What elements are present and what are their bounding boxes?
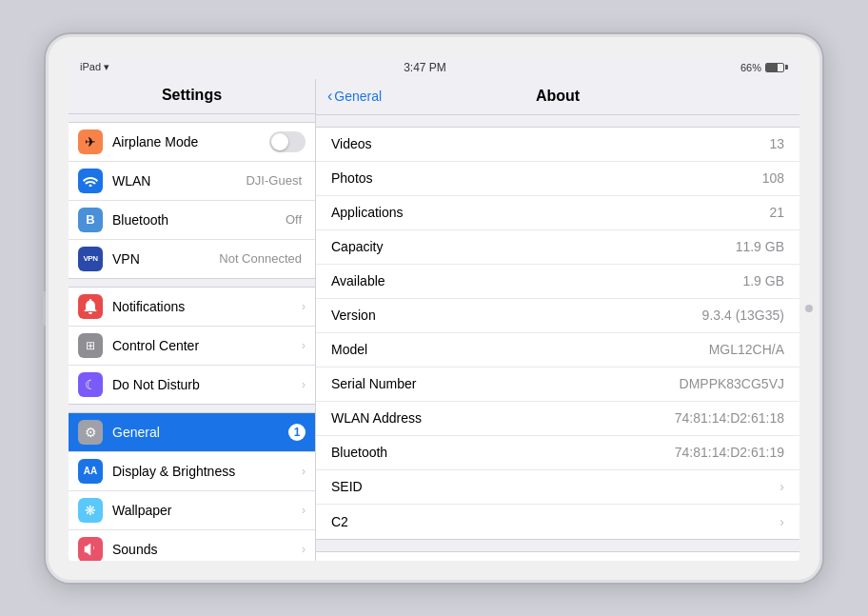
wallpaper-chevron: › (302, 504, 306, 517)
battery-icon (765, 63, 788, 72)
about-row-c2[interactable]: C2 › (316, 505, 799, 539)
capacity-label: Capacity (331, 239, 383, 254)
seid-chevron: › (779, 479, 784, 494)
display-brightness-label: Display & Brightness (112, 464, 302, 479)
videos-value: 13 (769, 136, 784, 151)
sidebar-item-control-center[interactable]: ⊞ Control Center › (69, 327, 315, 366)
sidebar-item-bluetooth[interactable]: B Bluetooth Off (69, 201, 315, 240)
back-label: General (334, 89, 382, 104)
airplane-mode-icon: ✈ (78, 129, 103, 154)
about-row-available: Available 1.9 GB (316, 265, 799, 299)
panel-content: Videos 13 Photos 108 Applications 21 C (316, 115, 799, 561)
serial-value: DMPPK83CG5VJ (680, 376, 784, 391)
legal-row[interactable]: Legal › (316, 552, 799, 561)
general-badge: 1 (288, 424, 306, 441)
version-label: Version (331, 308, 376, 323)
wlan-address-value: 74:81:14:D2:61:18 (675, 410, 784, 426)
airplane-mode-toggle[interactable] (269, 131, 306, 152)
status-bar-left: iPad ▾ (80, 61, 109, 73)
bluetooth-address-label: Bluetooth (331, 445, 387, 460)
notifications-label: Notifications (112, 299, 302, 314)
applications-value: 21 (769, 205, 784, 220)
bluetooth-address-value: 74:81:14:D2:61:19 (675, 445, 784, 460)
display-brightness-icon: AA (78, 459, 103, 484)
model-value: MGL12CH/A (709, 342, 784, 357)
do-not-disturb-label: Do Not Disturb (112, 377, 302, 392)
notifications-chevron: › (302, 300, 306, 313)
bluetooth-label: Bluetooth (112, 212, 286, 228)
capacity-value: 11.9 GB (736, 239, 784, 254)
wlan-address-label: WLAN Address (331, 410, 422, 426)
bluetooth-icon: B (78, 208, 103, 232)
general-icon: ⚙ (78, 420, 103, 445)
wallpaper-icon: ❋ (78, 498, 103, 523)
about-row-applications: Applications 21 (316, 196, 799, 230)
vpn-icon: VPN (78, 247, 103, 271)
vpn-label: VPN (112, 251, 219, 267)
sidebar: Settings ✈ Airplane Mode (69, 79, 316, 561)
bluetooth-value: Off (286, 212, 302, 227)
wlan-value: DJI-Guest (246, 173, 302, 188)
vpn-value: Not Connected (219, 251, 302, 266)
about-row-seid[interactable]: SEID › (316, 470, 799, 505)
photos-label: Photos (331, 170, 373, 186)
status-bar: iPad ▾ 3:47 PM 66% (69, 56, 799, 79)
sidebar-item-wallpaper[interactable]: ❋ Wallpaper › (69, 491, 315, 530)
panel-title: About (536, 88, 580, 105)
settings-group-preferences: ⚙ General 1 AA Display & Brightness › ❋ … (69, 412, 315, 561)
videos-label: Videos (331, 136, 372, 151)
back-button[interactable]: ‹ General (327, 88, 382, 105)
status-bar-right: 66% (740, 62, 788, 73)
c2-chevron: › (779, 514, 784, 529)
do-not-disturb-icon: ☾ (78, 372, 103, 397)
right-panel: ‹ General About Videos 13 Photos (316, 79, 799, 561)
sidebar-title: Settings (69, 79, 315, 114)
sidebar-item-do-not-disturb[interactable]: ☾ Do Not Disturb › (69, 366, 315, 404)
airplane-mode-label: Airplane Mode (112, 134, 269, 149)
about-row-bluetooth-address: Bluetooth 74:81:14:D2:61:19 (316, 436, 799, 470)
sidebar-item-general[interactable]: ⚙ General 1 (69, 413, 315, 452)
sidebar-item-wlan[interactable]: WLAN DJI-Guest (69, 162, 315, 201)
battery-fill (766, 64, 778, 71)
model-label: Model (331, 342, 367, 357)
about-row-wlan-address: WLAN Address 74:81:14:D2:61:18 (316, 402, 799, 436)
sidebar-item-notifications[interactable]: Notifications › (69, 288, 315, 327)
do-not-disturb-chevron: › (302, 378, 306, 391)
photos-value: 108 (762, 170, 784, 186)
about-row-videos: Videos 13 (316, 128, 799, 162)
sidebar-item-display-brightness[interactable]: AA Display & Brightness › (69, 452, 315, 491)
available-label: Available (331, 273, 385, 288)
sounds-icon (78, 537, 103, 561)
seid-label: SEID (331, 479, 363, 494)
about-row-model: Model MGL12CH/A (316, 333, 799, 368)
applications-label: Applications (331, 205, 404, 220)
wlan-icon (78, 169, 103, 193)
screen: iPad ▾ 3:47 PM 66% Settings (69, 56, 799, 561)
sounds-label: Sounds (112, 542, 302, 557)
settings-group-connectivity: ✈ Airplane Mode WLAN D (69, 122, 315, 279)
control-center-chevron: › (302, 339, 306, 352)
sounds-chevron: › (302, 543, 306, 556)
sidebar-item-sounds[interactable]: Sounds › (69, 530, 315, 561)
battery-percent: 66% (740, 62, 761, 73)
about-info-group: Videos 13 Photos 108 Applications 21 C (316, 127, 799, 540)
sidebar-item-airplane-mode[interactable]: ✈ Airplane Mode (69, 123, 315, 162)
available-value: 1.9 GB (742, 273, 784, 288)
settings-group-system: Notifications › ⊞ Control Center › ☾ Do … (69, 287, 315, 405)
display-brightness-chevron: › (302, 465, 306, 478)
device-label: iPad ▾ (80, 61, 109, 73)
battery-body (765, 63, 784, 72)
side-button[interactable] (40, 291, 46, 326)
control-center-icon: ⊞ (78, 333, 103, 358)
right-dot (805, 305, 813, 312)
about-row-version: Version 9.3.4 (13G35) (316, 299, 799, 333)
version-value: 9.3.4 (13G35) (702, 308, 784, 323)
sidebar-item-vpn[interactable]: VPN VPN Not Connected (69, 240, 315, 278)
wlan-label: WLAN (112, 173, 246, 189)
legal-info-group: Legal › (316, 551, 799, 561)
c2-label: C2 (331, 514, 348, 529)
about-row-capacity: Capacity 11.9 GB (316, 230, 799, 265)
back-chevron-icon: ‹ (327, 88, 332, 105)
about-row-serial: Serial Number DMPPK83CG5VJ (316, 368, 799, 402)
battery-tip (785, 65, 788, 70)
